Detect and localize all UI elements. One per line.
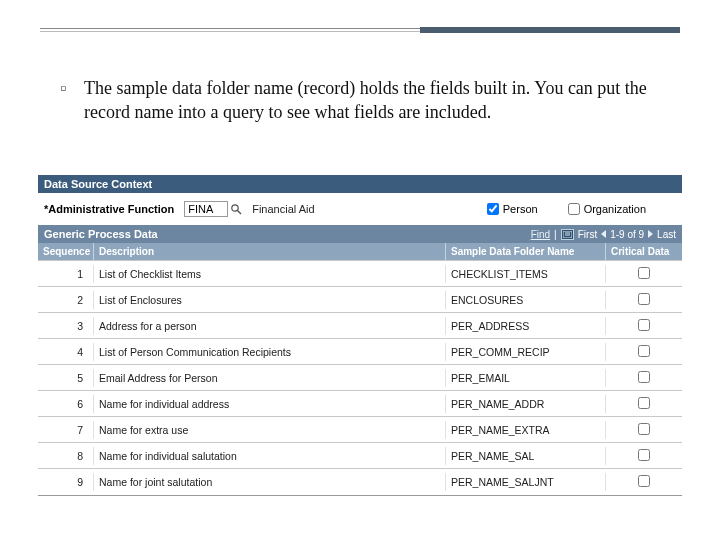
table-row: 1List of Checklist ItemsCHECKLIST_ITEMS xyxy=(38,260,682,286)
cell-sequence: 4 xyxy=(38,343,94,361)
grid-title: Generic Process Data xyxy=(44,228,158,240)
cell-folder: PER_ADDRESS xyxy=(446,317,606,335)
col-sequence[interactable]: Sequence xyxy=(38,243,94,260)
critical-checkbox[interactable] xyxy=(638,371,650,383)
panel-title: Data Source Context xyxy=(38,175,682,193)
cell-description: List of Enclosures xyxy=(94,291,446,309)
cell-description: List of Person Communication Recipients xyxy=(94,343,446,361)
cell-folder: CHECKLIST_ITEMS xyxy=(446,265,606,283)
table-row: 2List of EnclosuresENCLOSURES xyxy=(38,286,682,312)
grid-header-bar: Generic Process Data Find | First 1-9 of… xyxy=(38,225,682,243)
cell-description: Name for individual address xyxy=(94,395,446,413)
svg-point-0 xyxy=(232,205,238,211)
cell-folder: PER_EMAIL xyxy=(446,369,606,387)
prev-arrow-icon[interactable] xyxy=(601,230,606,238)
cell-critical xyxy=(606,342,682,362)
organization-checkbox[interactable] xyxy=(568,203,580,215)
decorative-rule xyxy=(40,28,680,34)
cell-critical xyxy=(606,264,682,284)
table-row: 8Name for individual salutationPER_NAME_… xyxy=(38,442,682,468)
cell-sequence: 1 xyxy=(38,265,94,283)
cell-description: Email Address for Person xyxy=(94,369,446,387)
cell-critical xyxy=(606,420,682,440)
cell-critical xyxy=(606,472,682,492)
cell-folder: PER_NAME_ADDR xyxy=(446,395,606,413)
cell-description: Name for joint salutation xyxy=(94,473,446,491)
person-label: Person xyxy=(503,203,538,215)
col-description[interactable]: Description xyxy=(94,243,446,260)
bullet-marker: ▫ xyxy=(60,76,84,125)
cell-critical xyxy=(606,316,682,336)
cell-folder: PER_NAME_SAL xyxy=(446,447,606,465)
critical-checkbox[interactable] xyxy=(638,449,650,461)
table-row: 6Name for individual addressPER_NAME_ADD… xyxy=(38,390,682,416)
cell-folder: PER_NAME_SALJNT xyxy=(446,473,606,491)
admin-function-row: *Administrative Function FINA Financial … xyxy=(38,193,682,225)
critical-checkbox[interactable] xyxy=(638,423,650,435)
grid-body: 1List of Checklist ItemsCHECKLIST_ITEMS2… xyxy=(38,260,682,494)
cell-folder: ENCLOSURES xyxy=(446,291,606,309)
grid-column-headers: Sequence Description Sample Data Folder … xyxy=(38,243,682,260)
range-label: 1-9 of 9 xyxy=(610,229,644,240)
critical-checkbox[interactable] xyxy=(638,267,650,279)
table-row: 4List of Person Communication Recipients… xyxy=(38,338,682,364)
table-row: 5Email Address for PersonPER_EMAIL xyxy=(38,364,682,390)
cell-critical xyxy=(606,368,682,388)
admin-function-desc: Financial Aid xyxy=(252,203,487,215)
cell-sequence: 3 xyxy=(38,317,94,335)
cell-folder: PER_COMM_RECIP xyxy=(446,343,606,361)
cell-sequence: 7 xyxy=(38,421,94,439)
table-row: 3Address for a personPER_ADDRESS xyxy=(38,312,682,338)
critical-checkbox[interactable] xyxy=(638,397,650,409)
cell-description: Name for individual salutation xyxy=(94,447,446,465)
svg-line-1 xyxy=(238,211,242,215)
cell-folder: PER_NAME_EXTRA xyxy=(446,421,606,439)
lookup-icon[interactable] xyxy=(230,203,242,215)
critical-checkbox[interactable] xyxy=(638,475,650,487)
bullet-text: The sample data folder name (record) hol… xyxy=(84,76,660,125)
cell-sequence: 9 xyxy=(38,473,94,491)
next-arrow-icon[interactable] xyxy=(648,230,653,238)
bullet-paragraph: ▫ The sample data folder name (record) h… xyxy=(60,76,660,125)
admin-function-label: *Administrative Function xyxy=(44,203,174,215)
table-row: 7Name for extra usePER_NAME_EXTRA xyxy=(38,416,682,442)
cell-description: List of Checklist Items xyxy=(94,265,446,283)
col-folder[interactable]: Sample Data Folder Name xyxy=(446,243,606,260)
cell-description: Address for a person xyxy=(94,317,446,335)
person-checkbox[interactable] xyxy=(487,203,499,215)
view-all-icon[interactable] xyxy=(561,229,574,240)
cell-sequence: 6 xyxy=(38,395,94,413)
critical-checkbox[interactable] xyxy=(638,293,650,305)
first-label[interactable]: First xyxy=(578,229,597,240)
table-row: 9Name for joint salutationPER_NAME_SALJN… xyxy=(38,468,682,494)
cell-critical xyxy=(606,446,682,466)
embedded-screenshot: Data Source Context *Administrative Func… xyxy=(38,175,682,496)
organization-label: Organization xyxy=(584,203,646,215)
last-label[interactable]: Last xyxy=(657,229,676,240)
cell-critical xyxy=(606,290,682,310)
cell-sequence: 5 xyxy=(38,369,94,387)
cell-sequence: 8 xyxy=(38,447,94,465)
grid-nav-controls: Find | First 1-9 of 9 Last xyxy=(531,229,676,240)
find-link[interactable]: Find xyxy=(531,229,550,240)
critical-checkbox[interactable] xyxy=(638,319,650,331)
cell-sequence: 2 xyxy=(38,291,94,309)
cell-description: Name for extra use xyxy=(94,421,446,439)
admin-function-input[interactable]: FINA xyxy=(184,201,228,217)
cell-critical xyxy=(606,394,682,414)
critical-checkbox[interactable] xyxy=(638,345,650,357)
col-critical[interactable]: Critical Data xyxy=(606,243,682,260)
